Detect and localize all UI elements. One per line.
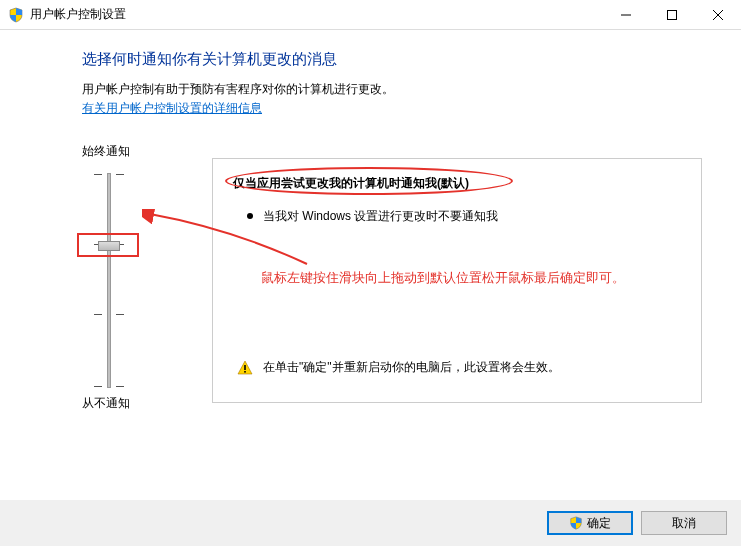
cancel-label: 取消: [672, 515, 696, 532]
svg-rect-4: [244, 365, 246, 370]
maximize-button[interactable]: [649, 0, 695, 30]
slider-label-bottom: 从不通知: [82, 395, 130, 412]
ok-label: 确定: [587, 515, 611, 532]
slider-area: 始终通知 从不通知 仅当应用尝试更改我的计算机时通知我(默认) 当我对 Wind…: [82, 143, 712, 168]
slider-track[interactable]: [107, 173, 111, 388]
titlebar: 用户帐户控制设置: [0, 0, 741, 30]
warning-icon: [237, 360, 253, 376]
info-bullet-text: 当我对 Windows 设置进行更改时不要通知我: [263, 208, 498, 225]
bullet-icon: [247, 213, 253, 219]
warning-row: 在单击"确定"并重新启动你的电脑后，此设置将会生效。: [237, 359, 681, 376]
svg-rect-5: [244, 371, 246, 373]
annotation-circle: [225, 167, 513, 195]
info-panel: 仅当应用尝试更改我的计算机时通知我(默认) 当我对 Windows 设置进行更改…: [212, 158, 702, 403]
titlebar-left: 用户帐户控制设置: [8, 6, 126, 23]
content: 选择何时通知你有关计算机更改的消息 用户帐户控制有助于预防有害程序对你的计算机进…: [0, 30, 741, 117]
shield-icon: [8, 7, 24, 23]
help-link[interactable]: 有关用户帐户控制设置的详细信息: [82, 101, 262, 115]
page-heading: 选择何时通知你有关计算机更改的消息: [82, 50, 711, 69]
slider-track-wrap: [107, 173, 111, 388]
shield-icon: [569, 516, 583, 530]
description-text: 用户帐户控制有助于预防有害程序对你的计算机进行更改。: [82, 81, 711, 98]
warning-text: 在单击"确定"并重新启动你的电脑后，此设置将会生效。: [263, 359, 560, 376]
cancel-button[interactable]: 取消: [641, 511, 727, 535]
ok-button[interactable]: 确定: [547, 511, 633, 535]
info-bullet-row: 当我对 Windows 设置进行更改时不要通知我: [233, 208, 681, 225]
minimize-button[interactable]: [603, 0, 649, 30]
window-title: 用户帐户控制设置: [30, 6, 126, 23]
annotation-text: 鼠标左键按住滑块向上拖动到默认位置松开鼠标最后确定即可。: [261, 269, 625, 287]
button-bar: 确定 取消: [0, 500, 741, 546]
window-controls: [603, 0, 741, 30]
svg-rect-1: [668, 10, 677, 19]
annotation-highlight-box: [77, 233, 139, 257]
close-button[interactable]: [695, 0, 741, 30]
